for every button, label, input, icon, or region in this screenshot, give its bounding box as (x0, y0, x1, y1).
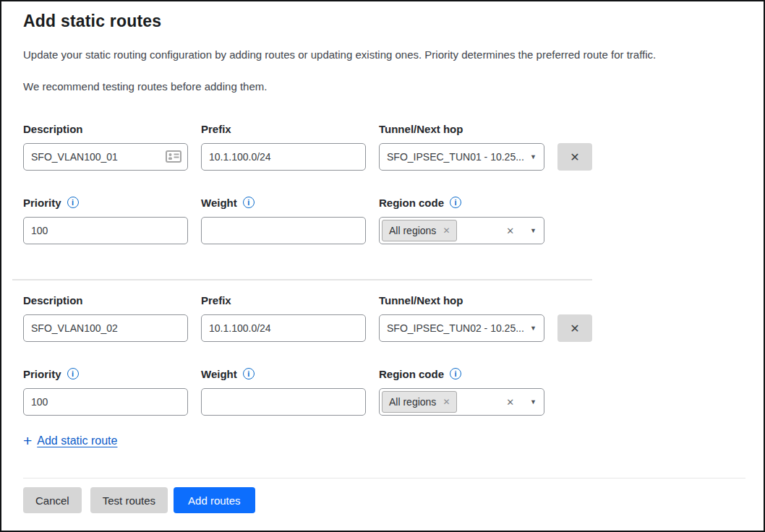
weight-input[interactable] (201, 217, 366, 244)
weight-label: Weight (201, 197, 237, 209)
description-input[interactable] (23, 143, 188, 171)
remove-tag-icon[interactable]: ✕ (443, 226, 450, 236)
add-static-route-label: Add static route (37, 434, 117, 447)
chevron-down-icon: ▼ (530, 153, 537, 160)
region-chip: All regions ✕ (382, 391, 457, 413)
region-chip: All regions ✕ (382, 220, 457, 241)
info-icon[interactable]: i (67, 368, 79, 379)
tunnel-label: Tunnel/Next hop (379, 123, 463, 135)
weight-input[interactable] (201, 388, 366, 416)
info-icon[interactable]: i (450, 197, 461, 208)
test-routes-button[interactable]: Test routes (90, 487, 168, 513)
info-icon[interactable]: i (243, 197, 255, 208)
clear-icon[interactable]: ✕ (506, 397, 514, 408)
footer-actions: Cancel Test routes Add routes (23, 487, 742, 513)
add-static-route-link[interactable]: + Add static route (23, 433, 117, 448)
chevron-down-icon: ▼ (530, 227, 537, 234)
chevron-down-icon: ▼ (530, 325, 537, 332)
close-icon: ✕ (570, 150, 579, 164)
intro-text: Update your static routing configuration… (23, 48, 742, 61)
prefix-input[interactable] (201, 314, 366, 342)
tunnel-select[interactable]: SFO_IPSEC_TUN01 - 10.25... ▼ (379, 143, 544, 171)
priority-input[interactable] (23, 388, 188, 416)
tunnel-select-value: SFO_IPSEC_TUN02 - 10.25... (387, 322, 524, 334)
cancel-button[interactable]: Cancel (23, 487, 82, 513)
tunnel-select[interactable]: SFO_IPSEC_TUN02 - 10.25... ▼ (379, 314, 544, 342)
prefix-input[interactable] (201, 143, 366, 171)
remove-tag-icon[interactable]: ✕ (443, 397, 450, 407)
weight-label: Weight (201, 368, 237, 380)
info-icon[interactable]: i (450, 368, 461, 379)
section-divider (12, 279, 592, 280)
region-code-label: Region code (379, 197, 444, 209)
region-chip-label: All regions (389, 225, 436, 236)
contact-card-icon (166, 150, 181, 163)
clear-icon[interactable]: ✕ (506, 226, 514, 236)
route-section-1: Description (23, 121, 742, 244)
delete-route-button[interactable]: ✕ (557, 314, 592, 342)
add-static-routes-dialog: Add static routes Update your static rou… (0, 0, 765, 532)
priority-input[interactable] (23, 217, 188, 244)
info-icon[interactable]: i (243, 368, 255, 379)
chevron-down-icon: ▼ (530, 398, 537, 406)
plus-icon: + (23, 433, 32, 448)
add-routes-button[interactable]: Add routes (174, 487, 255, 513)
tunnel-select-value: SFO_IPSEC_TUN01 - 10.25... (387, 151, 524, 163)
close-icon: ✕ (570, 322, 579, 335)
prefix-label: Prefix (201, 294, 231, 306)
priority-label: Priority (23, 368, 61, 380)
priority-label: Priority (23, 197, 61, 209)
region-multiselect[interactable]: All regions ✕ ✕ ▼ (379, 388, 544, 416)
region-chip-label: All regions (389, 396, 436, 408)
prefix-label: Prefix (201, 123, 231, 135)
delete-route-button[interactable]: ✕ (557, 143, 592, 171)
tunnel-label: Tunnel/Next hop (379, 294, 463, 306)
region-multiselect[interactable]: All regions ✕ ✕ ▼ (379, 217, 544, 244)
recommendation-text: We recommend testing routes before addin… (23, 80, 742, 93)
footer-divider (23, 478, 745, 479)
info-icon[interactable]: i (67, 197, 79, 208)
page-title: Add static routes (23, 12, 742, 31)
description-input[interactable] (23, 314, 188, 342)
description-label: Description (23, 123, 83, 135)
description-label: Description (23, 294, 83, 306)
route-section-2: Description Prefix Tunnel/Next hop SFO_I… (23, 293, 742, 416)
region-code-label: Region code (379, 368, 444, 380)
